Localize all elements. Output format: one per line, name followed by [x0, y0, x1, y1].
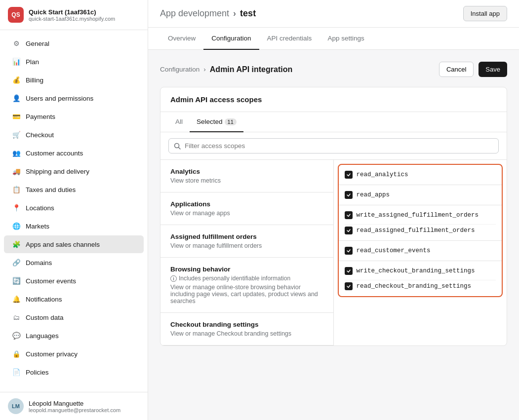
scope-desc-applications: View or manage apps [170, 210, 323, 217]
scope-label-read_assigned_fulfillment_orders: read_assigned_fulfillment_orders [357, 227, 475, 234]
scope-check-read_apps[interactable]: read_apps [345, 189, 496, 201]
badge-count: 11 [225, 118, 237, 125]
sidebar-item-plan[interactable]: 📊Plan [4, 53, 144, 71]
scope-title-browsing-behavior: Browsing behavior [170, 266, 323, 273]
avatar: LM [8, 398, 24, 414]
breadcrumb-current: test [240, 8, 256, 19]
sidebar-footer: LM Léopold Manguette leopold.manguette@p… [0, 392, 148, 420]
checkbox-read_customer_events[interactable] [345, 247, 353, 255]
scope-checks-analytics: read_analytics [339, 165, 502, 185]
svg-line-1 [179, 147, 181, 149]
page-breadcrumb-sep: › [203, 66, 206, 73]
page-breadcrumb-link[interactable]: Configuration [160, 66, 200, 73]
checkbox-write_checkout_branding_settings[interactable] [345, 267, 353, 275]
sidebar-item-billing[interactable]: 💰Billing [4, 71, 144, 89]
scope-check-read_customer_events[interactable]: read_customer_events [345, 245, 496, 257]
sidebar-item-checkout[interactable]: 🛒Checkout [4, 126, 144, 144]
scope-info-browsing-behavior: Browsing behavior Includes personally id… [160, 258, 334, 313]
save-button[interactable]: Save [479, 62, 507, 77]
sidebar-item-customer-accounts[interactable]: 👥Customer accounts [4, 144, 144, 162]
policies-icon: 📄 [12, 368, 21, 377]
sidebar-item-locations[interactable]: 📍Locations [4, 199, 144, 217]
scope-check-write_assigned_fulfillment_orders[interactable]: write_assigned_fulfillment_orders [345, 209, 496, 221]
scopes-left-col: AnalyticsView store metricsApplicationsV… [160, 160, 334, 345]
taxes-icon: 📋 [12, 185, 21, 194]
scope-checks-checkout-branding: write_checkout_branding_settings read_ch… [339, 261, 502, 296]
checkbox-read_assigned_fulfillment_orders[interactable] [345, 227, 353, 234]
card-body: AllSelected11 AnalyticsView store metric… [160, 112, 507, 345]
locations-icon: 📍 [12, 203, 21, 212]
info-icon [170, 275, 177, 282]
breadcrumb-separator: › [233, 8, 236, 19]
scope-check-write_checkout_branding_settings[interactable]: write_checkout_branding_settings [345, 265, 496, 277]
sidebar-item-general[interactable]: ⚙General [4, 35, 144, 52]
scope-title-checkout-branding: Checkout branding settings [170, 321, 323, 328]
sidebar-item-customer-privacy[interactable]: 🔒Customer privacy [4, 345, 144, 363]
scopes-grid: AnalyticsView store metricsApplicationsV… [160, 160, 507, 345]
notifications-icon: 🔔 [12, 295, 21, 304]
sidebar-nav: ⚙General📊Plan💰Billing👤Users and permissi… [0, 30, 148, 392]
sidebar-item-custom-data[interactable]: 🗂Custom data [4, 308, 144, 326]
shipping-icon: 🚚 [12, 167, 21, 176]
checkbox-read_analytics[interactable] [345, 171, 353, 179]
sidebar-item-users[interactable]: 👤Users and permissions [4, 89, 144, 107]
customer-accounts-icon: 👥 [12, 149, 21, 157]
top-bar: App development › test Install app [148, 0, 519, 28]
sidebar-item-markets[interactable]: 🌐Markets [4, 217, 144, 235]
card-title: Admin API access scopes [160, 87, 507, 112]
checkbox-read_checkout_branding_settings[interactable] [345, 282, 353, 290]
billing-icon: 💰 [12, 76, 21, 84]
tab-overview[interactable]: Overview [160, 28, 203, 50]
breadcrumb-base: App development [160, 8, 229, 19]
scope-checks-browsing-behavior: read_customer_events [339, 241, 502, 261]
cancel-button[interactable]: Cancel [439, 62, 474, 77]
scope-title-analytics: Analytics [170, 168, 323, 175]
tab-api-credentials[interactable]: API credentials [259, 28, 320, 50]
sidebar-item-shipping[interactable]: 🚚Shipping and delivery [4, 162, 144, 180]
filter-input[interactable] [185, 142, 493, 150]
main-content: App development › test Install app Overv… [148, 0, 519, 420]
page-breadcrumb-current: Admin API integration [210, 65, 292, 74]
scope-check-read_analytics[interactable]: read_analytics [345, 169, 496, 181]
sidebar-item-taxes[interactable]: 📋Taxes and duties [4, 181, 144, 198]
scope-desc-assigned-fulfillment: View or manage fulfillment orders [170, 242, 323, 249]
sidebar-item-domains[interactable]: 🔗Domains [4, 254, 144, 271]
sidebar-item-apps[interactable]: 🧩Apps and sales channels [4, 235, 144, 253]
checkbox-read_apps[interactable] [345, 191, 353, 199]
checkbox-write_assigned_fulfillment_orders[interactable] [345, 211, 353, 219]
sidebar-item-notifications[interactable]: 🔔Notifications [4, 290, 144, 308]
scope-title-applications: Applications [170, 200, 323, 208]
tab-app-settings[interactable]: App settings [319, 28, 372, 50]
breadcrumb: App development › test [160, 8, 256, 19]
shop-url: quick-start-1aaf361c.myshopify.com [29, 16, 115, 22]
languages-icon: 💬 [12, 331, 21, 340]
scope-check-read_assigned_fulfillment_orders[interactable]: read_assigned_fulfillment_orders [345, 224, 496, 236]
plan-icon: 📊 [12, 57, 21, 66]
sub-tab-all[interactable]: All [168, 112, 190, 132]
user-name: Léopold Manguette [29, 400, 120, 407]
shop-logo: QS [8, 7, 24, 23]
user-email: leopold.manguette@prestarocket.com [29, 407, 120, 413]
sidebar-item-customer-events[interactable]: 🔄Customer events [4, 272, 144, 290]
scope-label-read_checkout_branding_settings: read_checkout_branding_settings [357, 283, 472, 290]
install-app-button[interactable]: Install app [463, 6, 507, 21]
tab-configuration[interactable]: Configuration [203, 28, 259, 50]
sidebar-item-payments[interactable]: 💳Payments [4, 108, 144, 125]
sidebar-item-languages[interactable]: 💬Languages [4, 327, 144, 344]
scope-desc-checkout-branding: View or manage Checkout branding setting… [170, 330, 323, 337]
scope-check-read_checkout_branding_settings[interactable]: read_checkout_branding_settings [345, 280, 496, 292]
customer-events-icon: 🔄 [12, 276, 21, 285]
content-area: Configuration › Admin API integration Ca… [148, 50, 519, 420]
sub-tabs: AllSelected11 [160, 112, 507, 132]
scope-info-checkout-branding: Checkout branding settingsView or manage… [160, 313, 334, 345]
scope-label-read_analytics: read_analytics [357, 171, 408, 178]
customer-privacy-icon: 🔒 [12, 349, 21, 358]
domains-icon: 🔗 [12, 258, 21, 267]
checkout-icon: 🛒 [12, 130, 21, 139]
scope-desc-browsing-behavior: View or manage online-store browsing beh… [170, 284, 323, 305]
filter-input-wrap [168, 138, 499, 153]
sub-tab-selected[interactable]: Selected11 [190, 112, 243, 132]
sidebar-item-policies[interactable]: 📄Policies [4, 363, 144, 381]
shop-name: Quick Start (1aaf361c) [29, 8, 115, 16]
scope-info-applications: ApplicationsView or manage apps [160, 192, 334, 225]
